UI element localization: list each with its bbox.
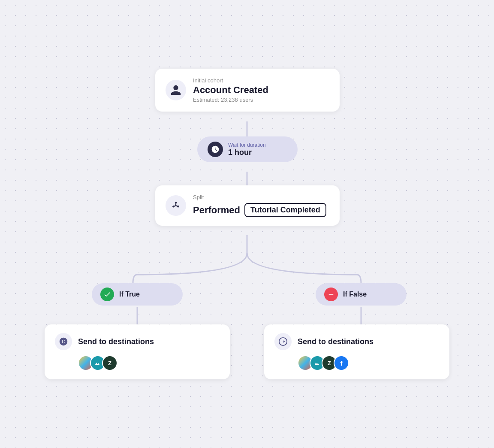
wait-value: 1 hour — [228, 148, 266, 157]
false-icon — [324, 288, 338, 301]
dest-left-icon — [55, 333, 72, 350]
svg-point-5 — [175, 202, 177, 203]
dest-right-title: Send to destinations — [298, 337, 374, 346]
dest-right-header: Send to destinations — [274, 333, 439, 350]
cohort-label: Initial cohort — [193, 77, 268, 84]
wait-label: Wait for duration — [228, 142, 266, 148]
wait-content: Wait for duration 1 hour — [228, 142, 266, 157]
split-icon — [166, 195, 186, 216]
branch-true-label: If True — [119, 291, 140, 298]
dest-right-card[interactable]: Send to destinations Z f — [264, 324, 449, 379]
cohort-content: Initial cohort Account Created Estimated… — [193, 77, 268, 103]
dest-right-logos: Z f — [298, 355, 439, 371]
cohort-card[interactable]: Initial cohort Account Created Estimated… — [155, 69, 340, 112]
dest-left-title: Send to destinations — [78, 337, 154, 346]
split-tag: Tutorial Completed — [244, 203, 326, 217]
split-label: Split — [193, 194, 326, 200]
logo-facebook: f — [334, 355, 349, 371]
wait-pill[interactable]: Wait for duration 1 hour — [197, 136, 298, 162]
wait-icon — [208, 142, 223, 157]
branch-false-pill[interactable]: If False — [316, 283, 407, 306]
cohort-subtitle: Estimated: 23,238 users — [193, 97, 268, 103]
branch-true-pill[interactable]: If True — [92, 283, 183, 306]
dest-left-card[interactable]: Send to destinations Z — [45, 324, 230, 379]
svg-point-11 — [279, 338, 287, 345]
dest-left-header: Send to destinations — [55, 333, 220, 350]
split-performed: Performed — [193, 205, 240, 216]
split-card[interactable]: Split Performed Tutorial Completed — [155, 185, 340, 226]
true-icon — [100, 288, 114, 301]
dest-left-logos: Z — [78, 355, 220, 371]
split-content: Split Performed Tutorial Completed — [193, 194, 326, 217]
dest-right-icon — [274, 333, 292, 350]
split-row: Performed Tutorial Completed — [193, 203, 326, 217]
cohort-title: Account Created — [193, 85, 268, 96]
logo-zendesk: Z — [102, 355, 117, 371]
branch-false-label: If False — [343, 291, 367, 298]
cohort-icon — [166, 80, 186, 100]
